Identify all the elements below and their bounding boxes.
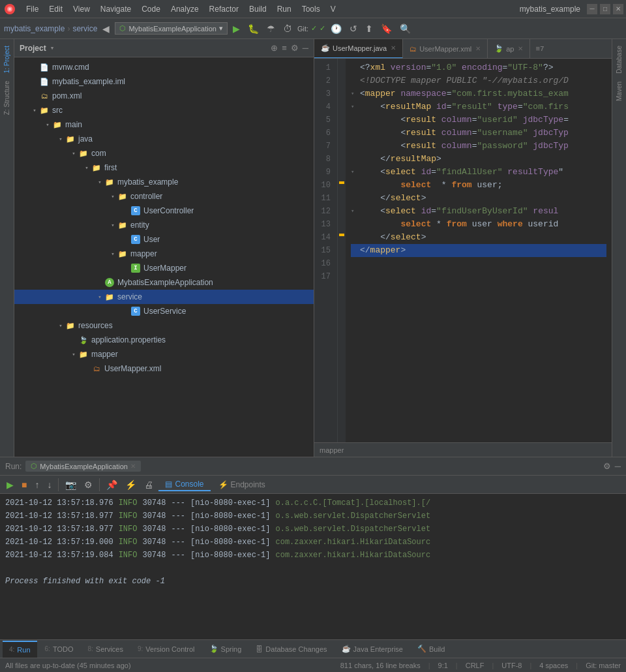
tree-item-mapper[interactable]: ▾ 📁 mapper [14,247,314,261]
bottom-tab-services[interactable]: 8: Services [81,641,130,658]
close-icon-tab0[interactable]: ✕ [391,44,396,52]
tree-item-main[interactable]: ▾ 📁 main [14,117,314,132]
tree-item-com[interactable]: ▾ 📁 com [14,146,314,160]
run-settings2-button[interactable]: ⚙ [82,478,95,491]
bookmark-button[interactable]: 🔖 [378,22,395,35]
settings-button[interactable]: ⚙ [291,43,299,53]
bottom-tab-db-changes[interactable]: 🗄 Database Changes [249,641,333,658]
menu-refactor[interactable]: Refactor [204,3,244,15]
code-line-4: ▾ <resultMap id="result" type="com.firs [351,100,606,114]
menu-build[interactable]: Build [244,3,272,15]
collapse-all-button[interactable]: ≡ [282,43,287,53]
run-scroll-down-button[interactable]: ↓ [44,478,54,491]
bottom-tab-run[interactable]: 4: Run [3,641,37,658]
close-button[interactable]: ✕ [613,4,623,14]
tab-ap[interactable]: 🍃 ap ✕ [488,39,530,59]
tree-item-usermapper-xml[interactable]: 🗂 UserMapper.xml [14,361,314,376]
menu-v[interactable]: V [325,3,341,15]
fold-btn-14[interactable]: ▾ [351,205,360,218]
tree-item-mybatisapp[interactable]: A MybatisExampleApplication [14,275,314,290]
tree-item-mvnw[interactable]: 📄 mvnw.cmd [14,60,314,74]
bottom-tab-java-enterprise[interactable]: ☕ Java Enterprise [335,641,410,658]
project-panel-header: Project ▾ ⊕ ≡ ⚙ ─ [14,39,314,57]
sidebar-tab-database[interactable]: Database [614,42,624,78]
breadcrumb-project[interactable]: mybatis_example [4,24,65,33]
minimize-run-button[interactable]: ─ [615,461,621,471]
tree-item-pom[interactable]: 🗂 pom.xml [14,89,314,103]
fold-btn-10[interactable]: ▾ [351,166,360,179]
run-button[interactable]: ▶ [230,22,243,35]
tree-arrow-service: ▾ [95,294,104,301]
tab-endpoints[interactable]: ⚡ Endpoints [212,478,272,491]
tree-item-java[interactable]: ▾ 📁 java [14,132,314,146]
run-config-selector[interactable]: ⬡ MybatisExampleApplication ▾ [115,22,228,35]
bottom-tab-build[interactable]: 🔨 Build [411,641,451,658]
tab-usermapper-java[interactable]: ☕ UserMapper.java ✕ [314,39,403,59]
bottom-tab-todo[interactable]: 6: TODO [38,641,80,658]
bottom-tab-spring[interactable]: 🍃 Spring [203,641,248,658]
back-button[interactable]: ◀ [100,22,112,35]
menu-run[interactable]: Run [272,3,297,15]
tree-item-mapper-res[interactable]: ▾ 📁 mapper [14,347,314,361]
run-settings-button[interactable]: ⚙ [603,461,611,471]
close-icon-run-tab[interactable]: ✕ [130,463,136,470]
tree-item-src[interactable]: ▾ 📁 src [14,103,314,117]
run-camera-button[interactable]: 📷 [63,478,79,491]
menu-navigate[interactable]: Navigate [95,3,136,15]
tab-console[interactable]: ▤ Console [158,478,210,491]
tree-item-resources[interactable]: ▾ 📁 resources [14,318,314,333]
close-panel-button[interactable]: ─ [303,43,308,53]
maximize-button[interactable]: □ [600,4,610,14]
run-print-button[interactable]: 🖨 [142,478,156,491]
menu-file[interactable]: File [21,3,44,15]
debug-button[interactable]: 🐛 [245,22,261,35]
sidebar-tab-project[interactable]: 1: Project [2,42,12,77]
sidebar-tab-maven[interactable]: Maven [614,78,624,105]
tree-item-service[interactable]: ▾ 📁 service [14,290,314,304]
fold-btn-3[interactable]: ▾ [351,87,360,100]
menu-analyze[interactable]: Analyze [166,3,204,15]
tab-label-usermapper-java: UserMapper.java [333,44,387,52]
code-content[interactable]: <?xml version="1.0" encoding="UTF-8"?> <… [346,59,612,442]
close-icon-tab1[interactable]: ✕ [475,45,481,52]
search-everywhere-button[interactable]: 🔍 [397,22,413,35]
minimize-button[interactable]: ─ [587,4,597,14]
tree-label-mybatisapp: MybatisExampleApplication [117,278,213,287]
tree-item-controller[interactable]: ▾ 📁 controller [14,189,314,204]
menu-view[interactable]: View [68,3,95,15]
tree-item-first[interactable]: ▾ 📁 first [14,160,314,175]
tab-usermapper-xml[interactable]: 🗂 UserMapper.xml ✕ [403,39,488,59]
menu-code[interactable]: Code [136,3,166,15]
log-class-2: o.s.web.servlet.DispatcherServlet [276,523,431,536]
run-play-button[interactable]: ▶ [4,478,16,491]
code-editor[interactable]: 123456 789101112 1314151617 [314,59,612,442]
git-history-button[interactable]: 🕐 [328,22,344,35]
menu-tools[interactable]: Tools [297,3,325,15]
fold-btn-4[interactable]: ▾ [351,100,360,114]
tree-item-usercontroller[interactable]: C UserController [14,204,314,218]
tree-item-usermapper[interactable]: I UserMapper [14,261,314,275]
run-pin-button[interactable]: 📌 [104,478,120,491]
tab-icon-java: ☕ [321,44,330,52]
tree-item-mybatis-pkg[interactable]: ▾ 📁 mybatis_example [14,175,314,189]
run-scroll-up-button[interactable]: ↑ [32,478,42,491]
tree-item-app-properties[interactable]: 🍃 application.properties [14,333,314,347]
coverage-button[interactable]: ☂ [264,22,278,35]
run-stop-button[interactable]: ■ [19,478,29,491]
run-filter-button[interactable]: ⚡ [123,478,139,491]
tree-item-user[interactable]: C User [14,232,314,247]
project-dropdown-icon[interactable]: ▾ [50,44,55,52]
breadcrumb-service[interactable]: service [72,24,97,33]
profile-button[interactable]: ⏱ [280,22,295,35]
tree-item-entity[interactable]: ▾ 📁 entity [14,218,314,232]
tree-item-userservice[interactable]: C UserService [14,304,314,318]
git-push-button[interactable]: ⬆ [363,22,376,35]
sidebar-tab-structure[interactable]: Z: Structure [2,77,12,119]
run-config-tab[interactable]: ⬡ MybatisExampleApplication ✕ [25,461,141,472]
locate-button[interactable]: ⊕ [271,43,278,53]
git-update-button[interactable]: ↺ [347,22,360,35]
bottom-tab-version-control[interactable]: 9: Version Control [131,641,201,658]
menu-edit[interactable]: Edit [44,3,68,15]
close-icon-tab2[interactable]: ✕ [518,45,523,52]
tree-item-iml[interactable]: 📄 mybatis_example.iml [14,74,314,89]
